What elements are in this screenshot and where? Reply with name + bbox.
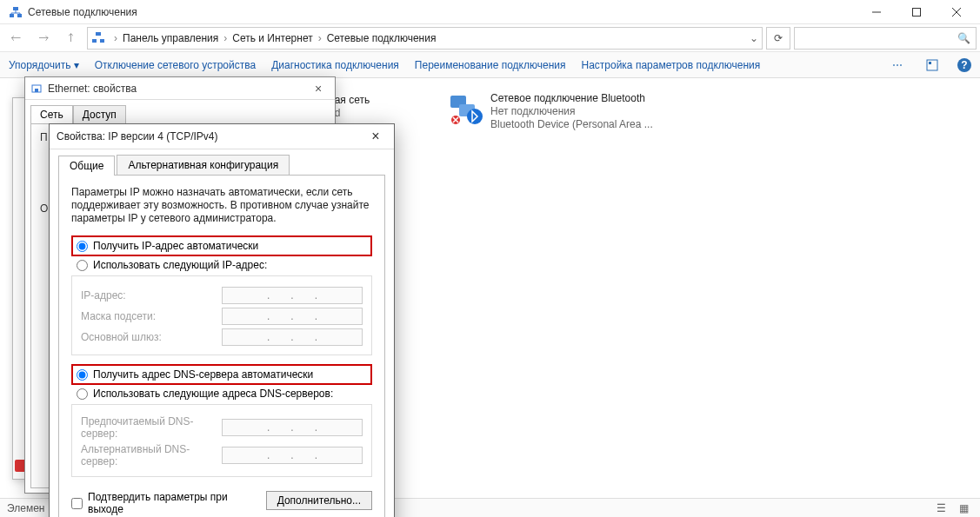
label-mask: Маска подсети: [81, 310, 222, 322]
radio-input[interactable] [77, 241, 88, 252]
breadcrumb-sep: › [220, 32, 230, 44]
tab-network[interactable]: Сеть [30, 105, 73, 123]
help-icon[interactable]: ? [957, 58, 971, 72]
dialog-title: Ethernet: свойства [48, 83, 307, 95]
input-gateway: ... [222, 328, 363, 346]
cmd-more-icon[interactable]: ⋯ [888, 56, 907, 75]
input-ip-address: ... [222, 287, 363, 304]
cmd-rename[interactable]: Переименование подключения [415, 59, 566, 71]
maximize-button[interactable] [897, 0, 937, 24]
radio-label: Использовать следующий IP-адрес: [93, 259, 267, 271]
search-icon: 🔍 [957, 32, 970, 44]
window-titlebar: Сетевые подключения [0, 0, 980, 24]
svg-rect-8 [100, 39, 104, 43]
radio-dns-manual[interactable]: Использовать следующие адреса DNS-сервер… [71, 385, 372, 402]
breadcrumb-node[interactable]: Сеть и Интернет [230, 32, 314, 44]
status-elements: Элемен [7, 502, 44, 514]
forward-button[interactable]: 🡒 [31, 28, 56, 49]
dialog-ipv4-properties[interactable]: Свойства: IP версии 4 (TCP/IPv4) × Общие… [49, 123, 395, 517]
ethernet-icon [30, 83, 43, 95]
radio-input[interactable] [77, 369, 88, 381]
partial-text: ная сеть [329, 94, 378, 107]
chevron-down-icon[interactable]: ⌄ [750, 32, 758, 44]
radio-dns-auto[interactable]: Получить адрес DNS-сервера автоматически [71, 364, 372, 385]
input-dns-alt: ... [222, 447, 363, 464]
svg-rect-7 [92, 39, 97, 43]
connection-name: Сетевое подключение Bluetooth [490, 92, 653, 105]
input-subnet-mask: ... [222, 308, 363, 325]
dialog-titlebar[interactable]: Ethernet: свойства × [25, 77, 335, 100]
label-ip: IP-адрес: [81, 289, 222, 302]
label-dns-primary: Предпочитаемый DNS-сервер: [81, 415, 222, 440]
svg-rect-0 [10, 14, 14, 17]
dns-fieldset: Предпочитаемый DNS-сервер:... Альтернати… [71, 404, 372, 477]
network-folder-icon [91, 31, 105, 45]
back-button[interactable]: 🡐 [3, 28, 28, 49]
dialog-title: Свойства: IP версии 4 (TCP/IPv4) [57, 130, 364, 143]
close-button[interactable]: × [364, 129, 387, 144]
svg-rect-2 [13, 7, 18, 10]
breadcrumb-sep: › [110, 32, 121, 44]
tab-access[interactable]: Доступ [73, 105, 126, 123]
radio-label: Получить IP-адрес автоматически [93, 240, 258, 252]
radio-label: Использовать следующие адреса DNS-сервер… [93, 388, 333, 400]
search-box[interactable]: 🔍 [794, 27, 977, 50]
svg-rect-10 [927, 60, 937, 70]
cmd-diagnose[interactable]: Диагностика подключения [271, 59, 399, 71]
radio-input[interactable] [77, 260, 88, 271]
radio-input[interactable] [77, 388, 88, 400]
svg-rect-11 [929, 62, 931, 64]
radio-ip-manual[interactable]: Использовать следующий IP-адрес: [71, 256, 372, 274]
advanced-button[interactable]: Дополнительно... [266, 491, 372, 510]
description-text: Параметры IP можно назначать автоматичес… [71, 186, 372, 225]
partial-text: nd [329, 107, 378, 120]
breadcrumb-sep: › [315, 32, 325, 44]
connection-status: Нет подключения [490, 105, 653, 118]
up-button[interactable]: 🡑 [59, 28, 83, 49]
checkbox-label: Подтвердить параметры при выходе [88, 491, 266, 515]
radio-label: Получить адрес DNS-сервера автоматически [93, 368, 313, 381]
network-icon [9, 5, 23, 19]
dialog-titlebar[interactable]: Свойства: IP версии 4 (TCP/IPv4) × [50, 124, 394, 149]
svg-rect-17 [35, 89, 38, 92]
input-dns-primary: ... [222, 419, 363, 436]
breadcrumb-node[interactable]: Сетевые подключения [325, 32, 438, 44]
cmd-disable-device[interactable]: Отключение сетевого устройства [95, 59, 256, 71]
radio-ip-auto[interactable]: Получить IP-адрес автоматически [71, 235, 372, 256]
label-gateway: Основной шлюз: [81, 331, 222, 343]
view-icon[interactable] [923, 56, 942, 75]
ip-fieldset: IP-адрес:... Маска подсети:... Основной … [71, 275, 372, 355]
details-view-button[interactable]: ☰ [931, 500, 950, 516]
window-title: Сетевые подключения [28, 6, 137, 18]
checkbox-validate[interactable] [71, 498, 83, 509]
icons-view-button[interactable]: ▦ [954, 500, 973, 516]
search-input[interactable] [800, 32, 957, 44]
connection-item-bluetooth[interactable]: Сетевое подключение Bluetooth Нет подклю… [449, 92, 653, 131]
close-button[interactable] [937, 0, 977, 24]
minimize-button[interactable] [857, 0, 897, 24]
command-bar: Упорядочить ▾ Отключение сетевого устрой… [0, 52, 980, 78]
breadcrumb[interactable]: › Панель управления › Сеть и Интернет › … [87, 27, 763, 50]
label-dns-alt: Альтернативный DNS-сервер: [81, 443, 222, 467]
close-button[interactable]: × [307, 82, 330, 96]
svg-rect-4 [913, 8, 921, 16]
address-bar-row: 🡐 🡒 🡑 › Панель управления › Сеть и Интер… [0, 24, 980, 52]
refresh-button[interactable]: ⟳ [766, 27, 790, 50]
svg-point-14 [467, 109, 483, 124]
cmd-settings[interactable]: Настройка параметров подключения [581, 59, 760, 71]
breadcrumb-node[interactable]: Панель управления [121, 32, 220, 44]
bluetooth-connection-icon [449, 92, 483, 127]
tab-general[interactable]: Общие [58, 156, 115, 176]
cmd-organize[interactable]: Упорядочить ▾ [9, 59, 79, 71]
svg-rect-1 [17, 14, 22, 17]
svg-rect-9 [96, 32, 101, 36]
connection-device: Bluetooth Device (Personal Area ... [490, 118, 653, 131]
tab-alternate-config[interactable]: Альтернативная конфигурация [117, 155, 290, 175]
